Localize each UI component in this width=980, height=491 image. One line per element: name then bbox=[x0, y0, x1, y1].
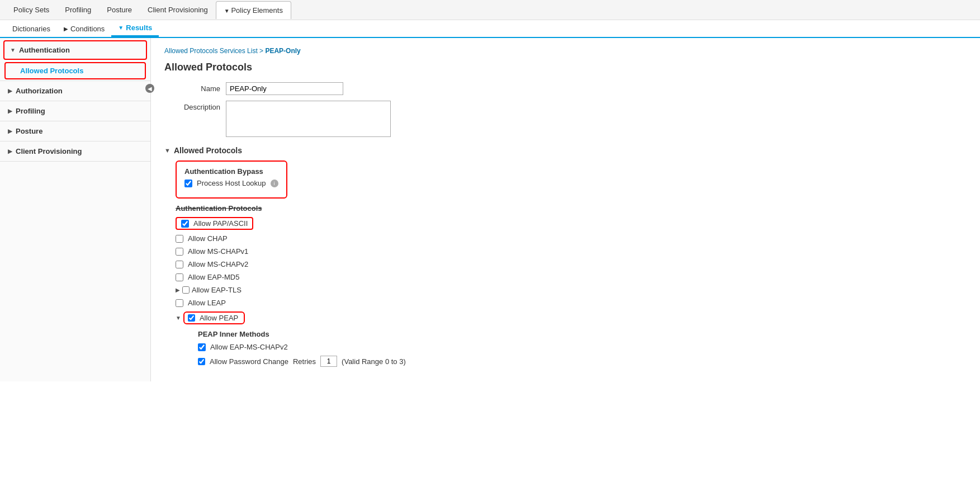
page-title: Allowed Protocols bbox=[164, 62, 967, 73]
posture-section-header[interactable]: ▶ Posture bbox=[0, 121, 150, 141]
allow-chap-checkbox[interactable] bbox=[176, 235, 183, 243]
second-navigation: Dictionaries ▶ Conditions ▼ Results bbox=[0, 20, 980, 38]
nav-policy-sets[interactable]: Policy Sets bbox=[6, 1, 57, 18]
name-label: Name bbox=[164, 82, 220, 93]
auth-protocols-title-wrapper: Authentication Protocols bbox=[176, 204, 967, 213]
main-content: Allowed Protocols Services List > PEAP-O… bbox=[151, 38, 980, 381]
allow-peap-checkbox[interactable] bbox=[188, 314, 195, 322]
allow-pap-ascii-label: Allow PAP/ASCII bbox=[193, 219, 248, 228]
process-host-lookup-label: Process Host Lookup bbox=[197, 179, 266, 187]
process-host-lookup-info-icon[interactable]: i bbox=[271, 180, 278, 187]
allow-eap-tls-checkbox[interactable] bbox=[182, 286, 190, 294]
allow-eap-ms-chapv2-row: Allow EAP-MS-CHAPv2 bbox=[198, 343, 967, 351]
allow-password-change-row: Allow Password Change Retries (Valid Ran… bbox=[198, 356, 967, 367]
collapse-left-icon: ◀ bbox=[148, 86, 152, 92]
allow-eap-md5-label: Allow EAP-MD5 bbox=[188, 273, 239, 281]
allow-peap-label: Allow PEAP bbox=[200, 314, 238, 322]
client-provisioning-label: Client Provisioning bbox=[16, 147, 82, 155]
allow-eap-ms-chapv2-checkbox[interactable] bbox=[198, 343, 206, 351]
process-host-lookup-row: Process Host Lookup i bbox=[184, 179, 278, 187]
client-provisioning-toggle-icon: ▶ bbox=[8, 148, 12, 154]
nav-client-provisioning[interactable]: Client Provisioning bbox=[140, 1, 216, 18]
breadcrumb: Allowed Protocols Services List > PEAP-O… bbox=[164, 47, 967, 55]
allow-password-change-label: Allow Password Change bbox=[210, 357, 288, 366]
allow-eap-ms-chapv2-label: Allow EAP-MS-CHAPv2 bbox=[210, 343, 288, 351]
sidebar-section-authentication: ▼ Authentication Allowed Protocols bbox=[0, 40, 150, 81]
authorization-section-header[interactable]: ▶ Authorization bbox=[0, 81, 150, 101]
allow-leap-row: Allow LEAP bbox=[176, 299, 967, 307]
description-label: Description bbox=[164, 101, 220, 111]
eap-tls-expand-arrow[interactable]: ▶ bbox=[176, 287, 180, 293]
allow-eap-md5-row: Allow EAP-MD5 bbox=[176, 273, 967, 281]
allow-ms-chapv1-row: Allow MS-CHAPv1 bbox=[176, 247, 967, 256]
nav-profiling[interactable]: Profiling bbox=[57, 1, 99, 18]
allow-eap-md5-checkbox[interactable] bbox=[176, 273, 183, 281]
nav-posture[interactable]: Posture bbox=[99, 1, 140, 18]
allow-leap-label: Allow LEAP bbox=[188, 299, 226, 307]
allowed-protocols-collapse-icon[interactable]: ▼ bbox=[164, 147, 171, 154]
allow-ms-chapv2-row: Allow MS-CHAPv2 bbox=[176, 260, 967, 268]
peap-inner-methods-section: PEAP Inner Methods Allow EAP-MS-CHAPv2 A… bbox=[198, 330, 967, 367]
auth-protocols-subsection: Authentication Protocols Allow PAP/ASCII… bbox=[176, 204, 967, 367]
allow-peap-highlight-box: Allow PEAP bbox=[183, 311, 245, 324]
allow-chap-label: Allow CHAP bbox=[188, 234, 228, 243]
description-field-row: Description bbox=[164, 101, 967, 137]
authentication-label: Authentication bbox=[19, 46, 70, 54]
authorization-toggle-icon: ▶ bbox=[8, 88, 12, 94]
breadcrumb-parent-link[interactable]: Allowed Protocols Services List bbox=[164, 47, 258, 55]
sidebar-section-client-provisioning: ▶ Client Provisioning bbox=[0, 141, 150, 162]
posture-toggle-icon: ▶ bbox=[8, 128, 12, 134]
allow-chap-row: Allow CHAP bbox=[176, 234, 967, 243]
nav-policy-elements[interactable]: ▼ Policy Elements bbox=[216, 1, 291, 19]
allow-ms-chapv2-checkbox[interactable] bbox=[176, 261, 183, 268]
allow-leap-checkbox[interactable] bbox=[176, 299, 183, 307]
authentication-section-header[interactable]: ▼ Authentication bbox=[3, 40, 147, 60]
auth-bypass-title: Authentication Bypass bbox=[184, 167, 278, 176]
auth-protocols-title: Authentication Protocols bbox=[176, 204, 262, 213]
sidebar-item-allowed-protocols[interactable]: Allowed Protocols bbox=[4, 62, 146, 79]
allow-password-change-checkbox[interactable] bbox=[198, 358, 205, 365]
allowed-protocols-section-header: ▼ Allowed Protocols bbox=[164, 146, 967, 155]
profiling-section-header[interactable]: ▶ Profiling bbox=[0, 101, 150, 121]
profiling-toggle-icon: ▶ bbox=[8, 108, 12, 114]
authentication-toggle-icon: ▼ bbox=[10, 47, 16, 53]
name-input[interactable] bbox=[226, 82, 343, 95]
top-navigation: Policy Sets Profiling Posture Client Pro… bbox=[0, 0, 980, 20]
nav-conditions[interactable]: ▶ Conditions bbox=[57, 21, 111, 36]
nav-dictionaries[interactable]: Dictionaries bbox=[6, 21, 57, 36]
allow-eap-tls-row: ▶ Allow EAP-TLS bbox=[176, 286, 967, 294]
sidebar-section-posture: ▶ Posture bbox=[0, 121, 150, 141]
allow-ms-chapv2-label: Allow MS-CHAPv2 bbox=[188, 260, 248, 268]
retries-label: Retries bbox=[293, 357, 316, 366]
allow-peap-row: ▼ Allow PEAP bbox=[176, 311, 967, 324]
peap-inner-methods-title: PEAP Inner Methods bbox=[198, 330, 967, 338]
nav-results[interactable]: ▼ Results bbox=[111, 20, 159, 37]
valid-range-label: (Valid Range 0 to 3) bbox=[342, 357, 406, 366]
allowed-protocols-section: ▼ Allowed Protocols Authentication Bypas… bbox=[164, 146, 967, 367]
breadcrumb-separator: > bbox=[259, 47, 263, 55]
sidebar: ▼ Authentication Allowed Protocols ▶ Aut… bbox=[0, 38, 151, 381]
description-textarea[interactable] bbox=[226, 101, 391, 137]
profiling-label: Profiling bbox=[16, 107, 45, 115]
policy-elements-dropdown-arrow: ▼ bbox=[224, 8, 231, 14]
sidebar-collapse-button[interactable]: ◀ bbox=[145, 84, 154, 93]
client-provisioning-section-header[interactable]: ▶ Client Provisioning bbox=[0, 141, 150, 161]
allowed-protocols-title: Allowed Protocols bbox=[174, 146, 242, 155]
allow-pap-ascii-row: Allow PAP/ASCII bbox=[176, 217, 253, 230]
allow-eap-tls-label: Allow EAP-TLS bbox=[192, 286, 242, 294]
allow-ms-chapv1-label: Allow MS-CHAPv1 bbox=[188, 247, 248, 256]
allow-pap-ascii-checkbox[interactable] bbox=[181, 220, 189, 228]
authorization-label: Authorization bbox=[16, 87, 63, 95]
sidebar-section-authorization: ▶ Authorization bbox=[0, 81, 150, 101]
results-arrow-icon: ▼ bbox=[118, 25, 124, 31]
conditions-arrow-icon: ▶ bbox=[64, 26, 68, 32]
allow-ms-chapv1-checkbox[interactable] bbox=[176, 248, 183, 256]
name-field-row: Name bbox=[164, 82, 967, 95]
posture-label: Posture bbox=[16, 127, 42, 135]
peap-expand-arrow[interactable]: ▼ bbox=[176, 315, 181, 321]
retries-input[interactable] bbox=[320, 356, 337, 367]
breadcrumb-current: PEAP-Only bbox=[265, 47, 300, 55]
process-host-lookup-checkbox[interactable] bbox=[184, 180, 192, 187]
authentication-bypass-box: Authentication Bypass Process Host Looku… bbox=[176, 160, 287, 199]
sidebar-section-profiling: ▶ Profiling bbox=[0, 101, 150, 121]
